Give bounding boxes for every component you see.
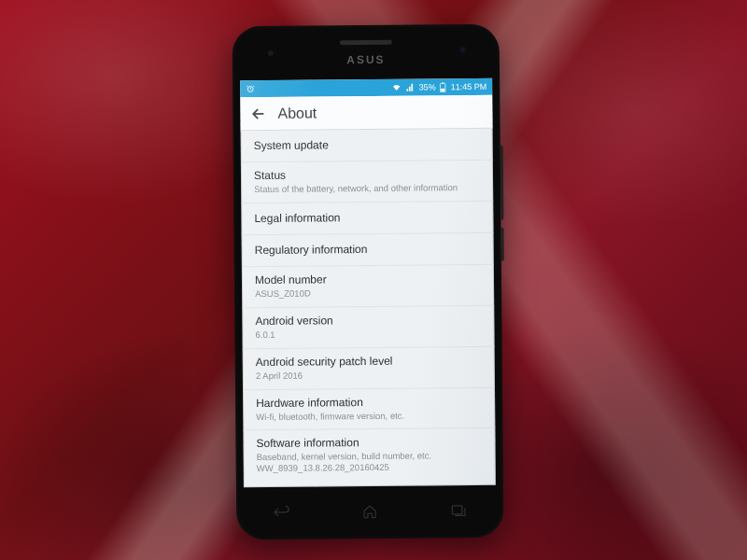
row-subtitle: Status of the battery, network, and othe… bbox=[254, 182, 480, 195]
back-icon[interactable] bbox=[249, 105, 266, 121]
row-security-patch[interactable]: Android security patch level 2 April 201… bbox=[243, 346, 495, 389]
row-title: Legal information bbox=[254, 210, 480, 226]
recents-key[interactable] bbox=[444, 499, 472, 522]
capacitive-nav-keys bbox=[236, 497, 503, 526]
row-software-information[interactable]: Software information Baseband, kernel ve… bbox=[243, 428, 495, 482]
phone-device: ASUS 35% 11:45 PM About bbox=[233, 24, 504, 539]
phone-top-bezel: ASUS bbox=[233, 24, 500, 80]
row-title: System update bbox=[254, 137, 480, 153]
home-key[interactable] bbox=[356, 500, 384, 523]
row-legal-information[interactable]: Legal information bbox=[241, 202, 493, 235]
row-subtitle: 2 April 2016 bbox=[256, 369, 482, 382]
row-title: Android security patch level bbox=[256, 354, 482, 370]
row-subtitle: 6.0.1 bbox=[255, 328, 481, 341]
row-regulatory-information[interactable]: Regulatory information bbox=[242, 233, 494, 267]
row-subtitle: Wi-fi, bluetooth, firmware version, etc. bbox=[256, 409, 482, 422]
row-hardware-information[interactable]: Hardware information Wi-fi, bluetooth, f… bbox=[243, 387, 495, 430]
row-model-number[interactable]: Model number ASUS_Z010D bbox=[242, 265, 494, 308]
row-title: Model number bbox=[255, 272, 481, 287]
earpiece bbox=[340, 40, 392, 45]
status-bar: 35% 11:45 PM bbox=[240, 78, 492, 97]
phone-screen: 35% 11:45 PM About System update Status … bbox=[240, 78, 496, 487]
alarm-icon bbox=[246, 84, 255, 93]
phone-brand-label: ASUS bbox=[346, 53, 385, 66]
clock: 11:45 PM bbox=[451, 82, 487, 91]
row-title: Regulatory information bbox=[255, 242, 481, 258]
front-camera bbox=[458, 45, 468, 54]
row-title: Status bbox=[254, 167, 480, 183]
back-key[interactable] bbox=[267, 501, 295, 524]
row-status[interactable]: Status Status of the battery, network, a… bbox=[241, 161, 493, 203]
svg-rect-2 bbox=[443, 82, 444, 83]
settings-list: System update Status Status of the batte… bbox=[241, 129, 496, 482]
signal-icon bbox=[406, 83, 416, 92]
app-bar: About bbox=[240, 95, 492, 131]
page-title: About bbox=[277, 105, 317, 121]
row-android-version[interactable]: Android version 6.0.1 bbox=[242, 306, 494, 349]
row-subtitle: ASUS_Z010D bbox=[255, 287, 481, 300]
proximity-sensor bbox=[268, 50, 274, 56]
row-title: Android version bbox=[255, 313, 481, 329]
wifi-icon bbox=[392, 83, 402, 92]
row-system-update[interactable]: System update bbox=[241, 129, 493, 162]
battery-icon bbox=[440, 82, 447, 92]
row-title: Software information bbox=[256, 435, 482, 451]
row-title: Hardware information bbox=[256, 394, 482, 410]
svg-rect-3 bbox=[442, 88, 445, 91]
svg-rect-4 bbox=[453, 506, 463, 514]
row-subtitle: Baseband, kernel version, build number, … bbox=[257, 450, 483, 474]
battery-percent: 35% bbox=[419, 82, 436, 91]
